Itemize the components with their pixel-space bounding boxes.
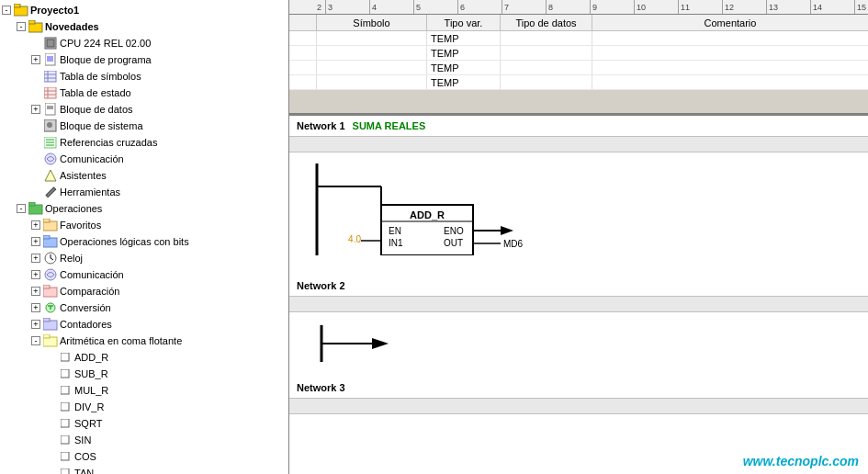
sidebar-label: Comunicación [60, 269, 124, 280]
expand-favoritos[interactable]: + [31, 220, 40, 230]
sidebar-item-bloque-programa[interactable]: + Bloque de programa [0, 51, 288, 68]
sidebar-item-conversion[interactable]: + Conversión [0, 299, 288, 316]
sidebar-item-referencias[interactable]: Referencias cruzadas [0, 134, 288, 151]
ref-icon [43, 135, 58, 150]
ruler-mark: 15 [854, 0, 868, 15]
svg-marker-28 [45, 170, 56, 181]
network-1-rung: ADD_R EN ENO IN1 OUT 4.0 [289, 156, 868, 265]
network-3-body [289, 398, 868, 414]
network-3-label: Network 3 [297, 382, 345, 393]
svg-rect-33 [43, 219, 50, 222]
ruler-mark: 9 [590, 0, 634, 15]
sidebar-label: Reloj [60, 253, 83, 264]
tipo-var-cell: TEMP [427, 46, 501, 60]
clock-icon [43, 251, 58, 265]
sidebar-item-cos[interactable]: COS [0, 448, 288, 465]
sidebar-item-mul-r[interactable]: MUL_R [0, 382, 288, 399]
sidebar-item-div-r[interactable]: DIV_R [0, 399, 288, 415]
sidebar-label: Conversión [60, 302, 111, 313]
svg-rect-50 [61, 402, 69, 411]
sidebar-item-tabla-estado[interactable]: Tabla de estado [0, 85, 288, 101]
network-1: Network 1 SUMA REALES [289, 116, 868, 276]
counter-icon [43, 317, 58, 332]
sidebar-item-asistentes[interactable]: Asistentes [0, 167, 288, 184]
expand-op-logicas[interactable]: + [31, 237, 40, 246]
fav-icon [43, 218, 58, 232]
svg-rect-5 [47, 40, 54, 47]
ruler-mark: 4 [369, 0, 413, 15]
sidebar-item-aritmetica[interactable]: - Aritmética en coma flotante [0, 333, 288, 349]
svg-rect-35 [43, 235, 50, 239]
sidebar-label: TAN [74, 468, 94, 474]
sidebar-item-bloque-datos[interactable]: + Bloque de datos [0, 101, 288, 118]
expand-comunicacion2[interactable]: + [31, 270, 40, 279]
svg-rect-10 [44, 71, 56, 82]
expand-bloque-datos[interactable]: + [31, 105, 40, 114]
comm2-icon [43, 267, 58, 282]
op-folder-icon [28, 201, 43, 216]
expand-conversion[interactable]: + [31, 303, 40, 312]
expand-operaciones[interactable]: - [17, 204, 26, 213]
sidebar-item-proyecto1[interactable]: - Proyecto1 [0, 2, 288, 18]
sidebar-item-operaciones[interactable]: - Operaciones [0, 200, 288, 217]
network-1-overlay [289, 156, 868, 265]
network-1-label: Network 1 [297, 120, 345, 131]
svg-rect-44 [43, 318, 50, 322]
ruler-mark: 5 [413, 0, 457, 15]
sidebar-item-sub-r[interactable]: SUB_R [0, 366, 288, 382]
svg-rect-14 [44, 87, 56, 98]
network-2-rung [289, 316, 868, 378]
comm-icon [43, 152, 58, 166]
sidebar-item-tabla-simbolos[interactable]: Tabla de símbolos [0, 68, 288, 85]
sidebar-item-sin[interactable]: SIN [0, 432, 288, 448]
expand-comparacion[interactable]: + [31, 287, 40, 296]
table-row: TEMP [289, 75, 868, 90]
sidebar-item-contadores[interactable]: + Contadores [0, 316, 288, 333]
table2-icon [43, 85, 58, 100]
sidebar-label: ADD_R [74, 352, 108, 363]
sidebar-item-reloj[interactable]: + Reloj [0, 250, 288, 266]
svg-rect-47 [61, 353, 69, 361]
col-header-comentario: Comentario [592, 15, 868, 30]
sidebar-item-bloque-sistema[interactable]: Bloque de sistema [0, 118, 288, 134]
func-icon2 [58, 367, 73, 381]
func-icon4 [58, 400, 73, 414]
sidebar-item-add-r[interactable]: ADD_R [0, 349, 288, 366]
expand-reloj[interactable]: + [31, 254, 40, 263]
folder-icon [28, 19, 43, 34]
expand-aritmetica[interactable]: - [31, 336, 40, 345]
expand-bloque-programa[interactable]: + [31, 55, 40, 64]
watermark: www.tecnoplc.com [743, 454, 859, 468]
sidebar-item-novedades[interactable]: - Novedades [0, 18, 288, 35]
sidebar-label: COS [74, 451, 96, 462]
svg-rect-31 [28, 202, 35, 206]
sidebar-item-comunicacion1[interactable]: Comunicación [0, 151, 288, 167]
main-split: Símbolo Tipo var. Tipo de datos Comentar… [289, 15, 868, 474]
ruler-mark: 3 [325, 0, 369, 15]
sidebar-item-sqrt[interactable]: SQRT [0, 415, 288, 432]
tipo-var-cell: TEMP [427, 61, 501, 74]
sidebar-item-cpu[interactable]: CPU 224 REL 02.00 [0, 35, 288, 51]
network-3: Network 3 [289, 378, 868, 414]
sidebar-item-tan[interactable]: TAN [0, 465, 288, 474]
sidebar-label: DIV_R [74, 401, 104, 412]
sidebar-item-op-logicas[interactable]: + Operaciones lógicas con bits [0, 233, 288, 250]
network-2-header: Network 2 [289, 276, 868, 296]
network-1-header: Network 1 SUMA REALES [289, 116, 868, 136]
sidebar-label: Bloque de programa [60, 54, 152, 65]
col-header-simbolo: Símbolo [317, 15, 427, 30]
sidebar-item-comunicacion2[interactable]: + Comunicación [0, 266, 288, 283]
sidebar-label: SUB_R [74, 368, 108, 379]
expand-contadores[interactable]: + [31, 320, 40, 329]
sidebar-label: Comunicación [60, 153, 124, 164]
doc-icon [43, 52, 58, 67]
network-1-title: SUMA REALES [353, 120, 426, 131]
func-icon7 [58, 449, 73, 464]
func-icon5 [58, 416, 73, 431]
sidebar-item-comparacion[interactable]: + Comparación [0, 283, 288, 299]
expand-proyecto1[interactable]: - [2, 6, 11, 15]
sidebar-item-favoritos[interactable]: + Favoritos [0, 217, 288, 233]
sidebar-item-herramientas[interactable]: Herramientas [0, 184, 288, 200]
network-2-label: Network 2 [297, 280, 345, 291]
expand-novedades[interactable]: - [17, 22, 26, 31]
